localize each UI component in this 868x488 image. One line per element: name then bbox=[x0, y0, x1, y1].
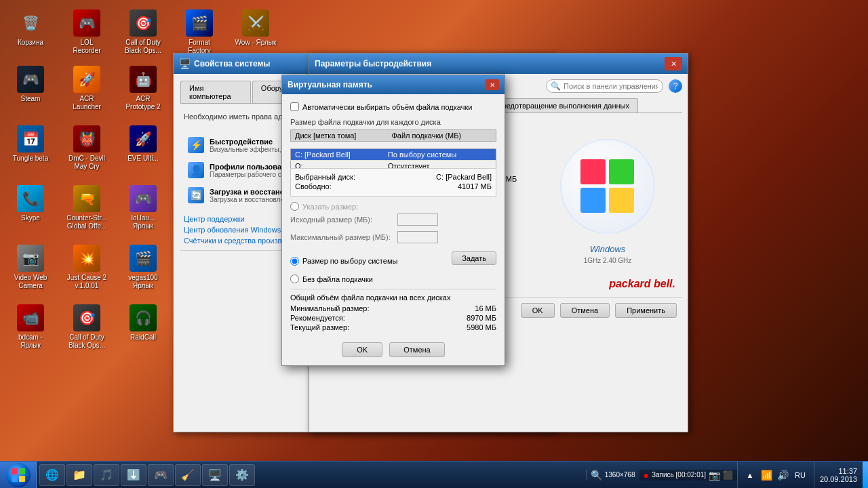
desktop-icon-vegas[interactable]: 🎬 vegas100 Ярлык bbox=[119, 242, 167, 293]
vegas-label: vegas100 Ярлык bbox=[122, 274, 164, 290]
virtmem-titlebar[interactable]: Виртуальная память ✕ bbox=[282, 75, 505, 94]
taskbar-exe[interactable]: ⚙️ bbox=[229, 464, 255, 486]
taskbar-items: 🌐 📁 🎵 ⬇️ 🎮 🧹 🖥️ ⚙️ bbox=[37, 462, 586, 489]
utorrent-icon: ⬇️ bbox=[127, 468, 140, 481]
selected-disk-info: Выбранный диск: C: [Packard Bell] Свобод… bbox=[290, 168, 496, 197]
show-desktop-button[interactable] bbox=[863, 462, 868, 489]
virtmem-cancel-button[interactable]: Отмена bbox=[389, 342, 444, 357]
tray-arrow[interactable]: ▲ bbox=[743, 465, 757, 485]
custom-size-option[interactable]: Указать размер: bbox=[290, 202, 496, 211]
desktop-icon-call-of-duty[interactable]: 🎯 Call of Duty Black Ops... bbox=[119, 7, 167, 58]
prototype-label: ACR Prototype 2 bbox=[122, 95, 164, 111]
desktop-icon-cs[interactable]: 🔫 Counter-Str... Global Offe... bbox=[63, 182, 111, 233]
desktop-icon-tungle[interactable]: 📅 Tungle beta bbox=[7, 123, 54, 174]
svg-rect-2 bbox=[580, 188, 606, 213]
desktop-icon-wow[interactable]: ⚔️ Wow - Ярлык bbox=[232, 7, 279, 58]
clock-date: 20.09.2013 bbox=[820, 475, 857, 483]
min-size-value: 16 МБ bbox=[475, 304, 496, 312]
auto-pagefile-checkbox[interactable] bbox=[290, 102, 299, 111]
taskbar-explorer[interactable]: 📁 bbox=[66, 464, 92, 486]
taskbar-utorrent[interactable]: ⬇️ bbox=[121, 464, 146, 486]
tab-dep[interactable]: Предотвращение выполнения данных bbox=[488, 98, 638, 113]
custom-radio[interactable] bbox=[290, 202, 299, 211]
min-size-row: Минимальный размер: 16 МБ bbox=[290, 304, 496, 312]
eve-label: EVE Ulti... bbox=[127, 155, 159, 163]
virtmem-buttons: OK Отмена bbox=[290, 338, 496, 357]
desktop-icon-video-cam[interactable]: 📷 Video Web Camera bbox=[7, 242, 54, 293]
resolution-display: 🔍 1360×768 bbox=[586, 470, 639, 481]
taskbar-league[interactable]: 🎮 bbox=[148, 464, 174, 486]
min-size-label: Минимальный размер: bbox=[290, 304, 370, 312]
desktop-icon-dmc[interactable]: 👹 DmC - Devil May Cry bbox=[63, 123, 111, 174]
desktop-icon-lol-recorder[interactable]: 🎮 LOL Recorder bbox=[63, 7, 111, 58]
set-button[interactable]: Задать bbox=[452, 251, 496, 265]
taskbar: 🌐 📁 🎵 ⬇️ 🎮 🧹 🖥️ ⚙️ bbox=[0, 461, 868, 488]
search-input[interactable] bbox=[564, 82, 658, 90]
none-label: Без файла подкачки bbox=[302, 275, 373, 283]
start-button[interactable] bbox=[0, 462, 37, 489]
selected-disk-label: Выбранный диск: bbox=[295, 173, 355, 181]
desktop-icon-just-cause[interactable]: 💥 Just Cause 2 v.1.0.01 bbox=[63, 242, 111, 293]
desktop-icon-raidcall[interactable]: 🎧 RaidCall bbox=[119, 302, 167, 352]
desktop-icon-steam[interactable]: 🎮 Steam bbox=[7, 63, 54, 114]
search-box[interactable]: 🔍 bbox=[546, 79, 663, 93]
start-orb bbox=[6, 463, 31, 487]
taskbar-ccleaner[interactable]: 🧹 bbox=[175, 464, 201, 486]
disk-q-drive: Q: bbox=[291, 161, 384, 169]
total-section: Общий объём файла подкачки на всех диска… bbox=[290, 289, 496, 333]
desktop-icon-bdcam[interactable]: 📹 bdcam - Ярлык bbox=[7, 302, 54, 352]
desktop-icon-lol2[interactable]: 🎮 lol.lau... Ярлык bbox=[119, 182, 167, 233]
system-size-option[interactable]: Размер по выбору системы bbox=[290, 257, 397, 266]
virtmem-content: Автоматически выбирать объём файла подка… bbox=[282, 94, 505, 365]
virtmem-close-button[interactable]: ✕ bbox=[486, 79, 499, 90]
recording-stop-icon: ⬛ bbox=[723, 470, 733, 480]
eve-icon: 🚀 bbox=[130, 125, 157, 152]
desktop-icon-eve[interactable]: 🚀 EVE Ulti... bbox=[119, 123, 167, 174]
system-radio[interactable] bbox=[290, 257, 299, 266]
perf-cancel-button[interactable]: Отмена bbox=[560, 303, 610, 318]
desktop: 🗑️ Корзина 🎮 LOL Recorder 🎯 Call of Duty… bbox=[0, 0, 868, 488]
disk-list[interactable]: C: [Packard Bell] По выбору системы Q: О… bbox=[290, 148, 496, 168]
disk-row-c[interactable]: C: [Packard Bell] По выбору системы bbox=[291, 149, 496, 161]
tray-volume[interactable]: 🔊 bbox=[776, 465, 789, 485]
tab-computer-name[interactable]: Имя компьютера bbox=[180, 81, 251, 103]
cs-icon: 🔫 bbox=[73, 185, 100, 212]
desktop-icon-skype[interactable]: 📞 Skype bbox=[7, 182, 54, 233]
taskbar-chrome[interactable]: 🌐 bbox=[39, 464, 65, 486]
tray-language[interactable]: RU bbox=[792, 471, 808, 479]
help-button[interactable]: ? bbox=[669, 79, 682, 93]
tray-network[interactable]: 📶 bbox=[760, 465, 773, 485]
taskbar-clock[interactable]: 11:37 20.09.2013 bbox=[814, 462, 863, 489]
taskbar-media[interactable]: 🎵 bbox=[94, 464, 119, 486]
acr-icon: 🚀 bbox=[73, 66, 100, 93]
current-size-label: Текущий размер: bbox=[290, 323, 349, 331]
tungle-label: Tungle beta bbox=[13, 155, 48, 163]
performance-titlebar[interactable]: Параметры быстродействия ✕ bbox=[309, 54, 688, 74]
desktop-icon-acr[interactable]: 🚀 ACR Launcher bbox=[63, 63, 111, 114]
call-of-duty-bo-label: Call of Duty Black Ops... bbox=[66, 333, 108, 350]
performance-close-button[interactable]: ✕ bbox=[665, 57, 682, 70]
selected-disk-value: C: [Packard Bell] bbox=[436, 173, 492, 181]
none-radio[interactable] bbox=[290, 274, 299, 283]
raidcall-label: RaidCall bbox=[130, 333, 156, 342]
desktop-icon-format-factory[interactable]: 🎬 Format Factory bbox=[176, 7, 223, 58]
system-label: Размер по выбору системы bbox=[302, 257, 397, 265]
desktop-icon-prototype[interactable]: 🤖 ACR Prototype 2 bbox=[119, 63, 167, 114]
explorer2-icon: 🖥️ bbox=[208, 468, 222, 481]
wow-label: Wow - Ярлык bbox=[235, 39, 277, 47]
no-pagefile-option[interactable]: Без файла подкачки bbox=[290, 274, 496, 283]
initial-size-input[interactable] bbox=[397, 214, 438, 226]
vegas-icon: 🎬 bbox=[130, 245, 157, 272]
taskbar-explorer2[interactable]: 🖥️ bbox=[202, 464, 228, 486]
desktop-icon-call-of-duty-bo[interactable]: 🎯 Call of Duty Black Ops... bbox=[63, 302, 111, 352]
performance-controls: ✕ bbox=[665, 57, 682, 70]
max-size-input[interactable] bbox=[397, 231, 438, 243]
perf-apply-button[interactable]: Применить bbox=[615, 303, 677, 318]
desktop-icon-korzina[interactable]: 🗑️ Корзина bbox=[7, 7, 54, 58]
disk-row-q[interactable]: Q: Отсутствует bbox=[291, 161, 496, 169]
virtmem-title: Виртуальная память bbox=[288, 80, 486, 89]
virtmem-ok-button[interactable]: OK bbox=[342, 342, 382, 357]
performance-icon: ⚡ bbox=[188, 137, 204, 153]
svg-rect-3 bbox=[609, 188, 634, 213]
perf-ok-button[interactable]: OK bbox=[521, 303, 555, 318]
